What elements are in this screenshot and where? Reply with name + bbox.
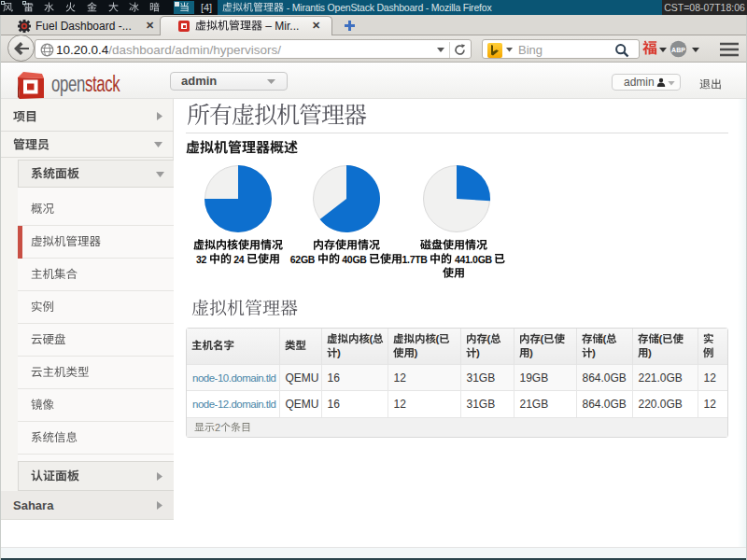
svg-text:ABP: ABP [671,47,685,53]
